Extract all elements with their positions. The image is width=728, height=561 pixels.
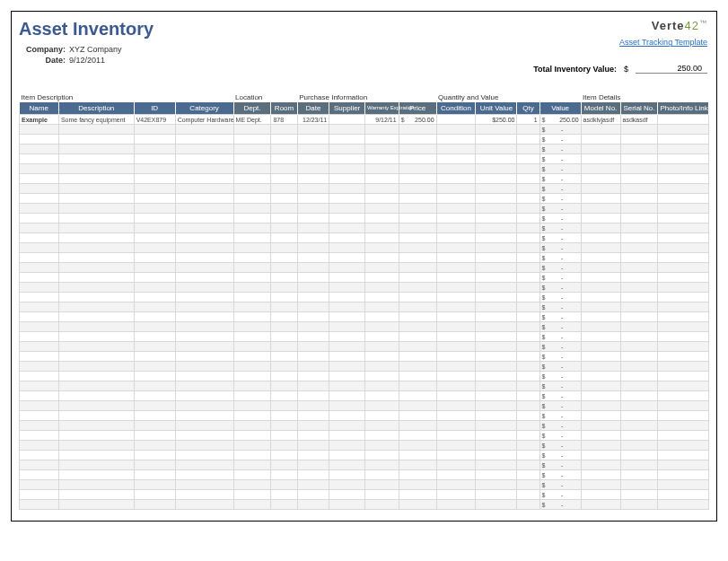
empty-cell[interactable] [581,233,620,243]
empty-cell[interactable] [620,263,658,273]
empty-cell[interactable] [364,312,399,322]
empty-cell[interactable] [364,500,399,510]
empty-cell[interactable] [517,312,539,322]
empty-cell[interactable] [364,283,399,293]
empty-cell[interactable] [436,164,476,174]
empty-cell[interactable] [175,312,233,322]
empty-cell[interactable] [620,451,658,460]
empty-cell[interactable] [581,421,620,431]
empty-cell[interactable] [271,352,297,362]
empty-cell[interactable] [20,145,59,154]
empty-cell[interactable] [20,312,59,322]
empty-cell[interactable] [271,322,297,332]
empty-cell[interactable]: - [539,401,581,411]
empty-cell[interactable] [364,243,399,253]
empty-cell[interactable] [581,184,620,194]
empty-cell[interactable] [658,470,709,480]
empty-cell[interactable] [436,224,476,233]
empty-cell[interactable] [399,154,436,164]
empty-cell[interactable] [581,293,620,302]
empty-cell[interactable] [581,352,620,362]
empty-cell[interactable] [436,125,476,135]
empty-cell[interactable] [297,342,329,352]
empty-cell[interactable] [233,411,271,421]
empty-cell[interactable] [658,135,709,145]
empty-cell[interactable] [20,164,59,174]
empty-cell[interactable] [20,480,59,490]
empty-cell[interactable]: - [539,460,581,470]
empty-cell[interactable] [233,302,271,312]
empty-cell[interactable] [399,381,436,391]
empty-cell[interactable] [436,293,476,302]
empty-cell[interactable] [233,490,271,500]
empty-cell[interactable] [233,253,271,263]
empty-cell[interactable] [58,224,134,233]
empty-cell[interactable] [517,470,539,480]
empty-cell[interactable] [271,500,297,510]
empty-cell[interactable] [20,283,59,293]
empty-cell[interactable] [517,431,539,441]
empty-cell[interactable] [134,451,175,460]
empty-cell[interactable] [329,214,365,224]
empty-cell[interactable] [581,342,620,352]
empty-cell[interactable] [297,302,329,312]
empty-cell[interactable]: - [539,283,581,293]
empty-cell[interactable] [271,332,297,342]
empty-cell[interactable] [134,421,175,431]
cell-condition[interactable] [436,115,476,125]
empty-cell[interactable] [399,174,436,184]
empty-cell[interactable] [517,391,539,401]
empty-cell[interactable] [134,253,175,263]
empty-cell[interactable] [517,441,539,451]
empty-cell[interactable] [364,342,399,352]
empty-cell[interactable] [58,322,134,332]
empty-cell[interactable]: - [539,441,581,451]
empty-cell[interactable] [658,332,709,342]
empty-cell[interactable] [658,253,709,263]
empty-cell[interactable] [329,224,365,233]
empty-cell[interactable] [658,421,709,431]
empty-cell[interactable] [620,204,658,214]
empty-cell[interactable] [134,283,175,293]
empty-cell[interactable] [436,302,476,312]
empty-cell[interactable] [134,312,175,322]
empty-cell[interactable] [58,500,134,510]
empty-cell[interactable] [134,243,175,253]
empty-cell[interactable] [329,135,365,145]
empty-cell[interactable] [20,411,59,421]
empty-cell[interactable] [581,125,620,135]
empty-cell[interactable]: - [539,273,581,283]
empty-cell[interactable] [364,302,399,312]
empty-cell[interactable] [271,480,297,490]
empty-cell[interactable] [58,204,134,214]
empty-cell[interactable] [581,332,620,342]
empty-cell[interactable] [620,490,658,500]
empty-cell[interactable] [175,441,233,451]
empty-cell[interactable] [364,204,399,214]
empty-cell[interactable] [436,401,476,411]
empty-cell[interactable] [658,125,709,135]
empty-cell[interactable] [58,342,134,352]
empty-cell[interactable] [517,263,539,273]
empty-cell[interactable]: - [539,332,581,342]
cell-id[interactable]: V42EX879 [134,115,175,125]
empty-cell[interactable] [364,372,399,381]
empty-cell[interactable] [271,184,297,194]
empty-cell[interactable] [58,401,134,411]
empty-cell[interactable] [134,125,175,135]
empty-cell[interactable] [399,332,436,342]
empty-cell[interactable] [399,401,436,411]
empty-cell[interactable] [476,194,517,204]
empty-cell[interactable] [134,214,175,224]
empty-cell[interactable] [620,332,658,342]
empty-cell[interactable] [517,352,539,362]
empty-cell[interactable] [297,204,329,214]
empty-cell[interactable] [436,263,476,273]
empty-cell[interactable] [271,372,297,381]
empty-cell[interactable] [658,322,709,332]
empty-cell[interactable] [58,490,134,500]
empty-cell[interactable]: - [539,470,581,480]
empty-cell[interactable] [271,381,297,391]
empty-cell[interactable]: - [539,411,581,421]
empty-cell[interactable] [271,460,297,470]
